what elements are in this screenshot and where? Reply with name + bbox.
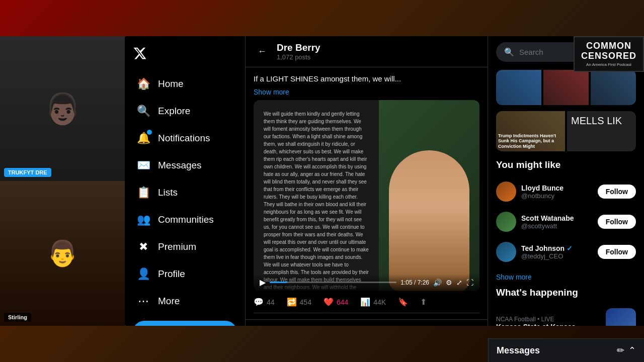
like-action[interactable]: ❤️ 644 <box>324 297 348 307</box>
whats-happening-title: What's happening <box>496 287 636 298</box>
follow-button-lloyd[interactable]: Follow <box>598 185 636 199</box>
preview-images-top <box>496 70 636 105</box>
messages-label: Messages <box>158 160 202 171</box>
expand-icon[interactable]: ⤢ <box>456 279 462 287</box>
sidebar-item-messages[interactable]: ✉️ Messages <box>129 153 241 178</box>
video-person-side <box>379 100 479 291</box>
top-video-label: TRUKFYT DRE <box>4 168 51 177</box>
suggestion-name-scott: Scott Watanabe <box>521 214 593 222</box>
twitter-ui: 🏠 Home 🔍 Explore 🔔 Notifications ✉️ Mess… <box>125 36 644 326</box>
suggestion-name-ted: Ted Johnson ✓ <box>521 244 593 252</box>
header-posts-count: 1,072 posts <box>277 53 320 61</box>
sidebar-item-home[interactable]: 🏠 Home <box>129 71 241 97</box>
time-display: 1:05 / 7:26 <box>400 279 429 286</box>
like-count: 644 <box>337 298 348 306</box>
list-icon: 📋 <box>137 186 150 199</box>
sidebar-item-premium[interactable]: ✖ Premium <box>129 234 241 259</box>
main-content: ← Dre Berry 1,072 posts If a LIGHT SHINE… <box>246 36 488 326</box>
suggestion-lloyd: Lloyd Bunce @notbuncy Follow <box>496 176 636 207</box>
communities-icon: 👥 <box>137 213 150 226</box>
video-call-bottom: 👨 Stirling <box>0 181 125 326</box>
show-more-suggestions[interactable]: Show more <box>496 267 636 287</box>
corner-logo: COMMONCENSORED An America First Podcast <box>574 36 644 72</box>
suggestion-info-ted: Ted Johnson ✓ @teddyj_CEO <box>521 244 593 260</box>
bottom-video-label: Stirling <box>4 313 31 322</box>
back-button[interactable]: ← <box>254 43 271 60</box>
lists-label: Lists <box>158 187 178 198</box>
heart-icon: ❤️ <box>324 297 334 307</box>
home-label: Home <box>158 78 184 89</box>
views-count: 44K <box>373 298 386 306</box>
retweet-icon: 🔁 <box>287 297 297 307</box>
post-body: If a LIGHT SHINES amongst them, we will.… <box>246 67 488 320</box>
header-user-info: Dre Berry 1,072 posts <box>277 42 320 61</box>
notification-badge <box>147 130 152 135</box>
reply-action[interactable]: 💬 44 <box>254 297 275 307</box>
bookmark-action[interactable]: 🔖 <box>398 297 408 307</box>
fullscreen-icon[interactable]: ⛶ <box>466 279 473 287</box>
home-icon: 🏠 <box>137 77 150 90</box>
explore-label: Explore <box>158 106 190 117</box>
post-text: If a LIGHT SHINES amongst them, we will.… <box>254 73 479 84</box>
video-ctrl-icons: 🔊 ⚙ ⤢ ⛶ <box>433 279 473 287</box>
suggestion-avatar-lloyd <box>496 182 516 202</box>
play-button[interactable]: ▶ <box>260 278 266 287</box>
happening-tag: NCAA Football • LIVE <box>496 316 576 323</box>
suggestion-ted: Ted Johnson ✓ @teddyj_CEO Follow <box>496 237 636 267</box>
follow-button-ted[interactable]: Follow <box>598 245 636 259</box>
messages-panel-label: Messages <box>497 345 540 356</box>
happening-title: Kansas State at Kansas <box>496 323 576 326</box>
sidebar-item-more[interactable]: ⋯ More <box>129 289 241 314</box>
progress-bar[interactable] <box>270 282 396 283</box>
bell-icon: 🔔 <box>137 132 150 145</box>
messages-section: Messages ✏ ⌃ <box>488 338 644 362</box>
sidebar-item-notifications[interactable]: 🔔 Notifications <box>129 126 241 151</box>
sidebar-item-explore[interactable]: 🔍 Explore <box>129 99 241 124</box>
search-icon: 🔍 <box>504 47 514 57</box>
suggestion-handle-lloyd: @notbuncy <box>521 192 593 200</box>
sidebar: 🏠 Home 🔍 Explore 🔔 Notifications ✉️ Mess… <box>125 36 246 326</box>
preview-img-3 <box>591 70 636 105</box>
bottom-post: Dre Berry @TrukFytLLC Dre Berry @TrukFyt… <box>246 320 488 326</box>
sidebar-item-communities[interactable]: 👥 Communities <box>129 207 241 232</box>
happening-info: NCAA Football • LIVE Kansas State at Kan… <box>496 316 576 326</box>
video-controls: ▶ 1:05 / 7:26 🔊 ⚙ ⤢ ⛶ <box>254 274 479 291</box>
premium-icon: ✖ <box>137 240 150 253</box>
expand-messages-icon[interactable]: ⌃ <box>628 345 636 356</box>
follow-button-scott[interactable]: Follow <box>598 215 636 229</box>
share-action[interactable]: ⬆ <box>420 297 427 307</box>
suggestion-scott: Scott Watanabe @scottywatt Follow <box>496 207 636 237</box>
suggestion-info-lloyd: Lloyd Bunce @notbuncy <box>521 184 593 200</box>
retweet-count: 454 <box>300 298 311 306</box>
preview-img-1 <box>496 70 541 105</box>
content-header: ← Dre Berry 1,072 posts <box>246 36 488 67</box>
logo-title: COMMONCENSORED <box>580 41 638 61</box>
compose-message-icon[interactable]: ✏ <box>617 345 624 356</box>
you-might-like-title: You might like <box>496 159 636 170</box>
left-panel: 👨🏿 TRUKFYT DRE 👨 Stirling <box>0 36 125 326</box>
settings-icon[interactable]: ⚙ <box>446 279 452 287</box>
x-logo[interactable] <box>125 40 245 68</box>
mells-label: MELLS LIK <box>567 111 636 131</box>
preview-img-2 <box>543 70 589 105</box>
video-inner: We will guide them kindly and gently let… <box>254 100 479 291</box>
logo-subtitle: An America First Podcast <box>580 62 638 67</box>
preview-img2-text-1: Trump Indictments Haven't Sunk His Campa… <box>498 133 563 149</box>
more-icon: ⋯ <box>137 295 150 308</box>
person-figure <box>389 150 469 291</box>
happening-item-football[interactable]: NCAA Football • LIVE Kansas State at Kan… <box>496 304 636 326</box>
post-button[interactable]: Post <box>133 321 237 326</box>
video-person-top: 👨🏿 <box>0 36 125 181</box>
messages-icons: ✏ ⌃ <box>617 345 636 356</box>
video-call-top: 👨🏿 TRUKFYT DRE <box>0 36 125 181</box>
suggestion-handle-ted: @teddyj_CEO <box>521 252 593 260</box>
show-more-link[interactable]: Show more <box>254 88 479 96</box>
sidebar-item-lists[interactable]: 📋 Lists <box>129 180 241 205</box>
views-action[interactable]: 📊 44K <box>360 297 386 307</box>
video-text-side: We will guide them kindly and gently let… <box>254 100 379 291</box>
sidebar-item-profile[interactable]: 👤 Profile <box>129 261 241 287</box>
retweet-action[interactable]: 🔁 454 <box>287 297 311 307</box>
mute-icon[interactable]: 🔊 <box>433 279 442 287</box>
preview-images-bottom: Trump Indictments Haven't Sunk His Campa… <box>496 111 636 151</box>
communities-label: Communities <box>158 214 214 225</box>
